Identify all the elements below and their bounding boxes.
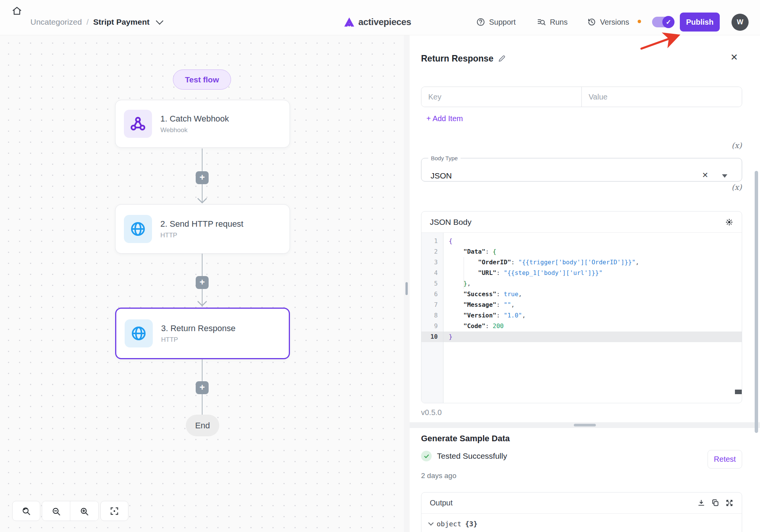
tree-node-type: object — [437, 520, 461, 528]
zoom-button-group — [42, 501, 99, 521]
nav-support-label: Support — [489, 18, 516, 27]
panel-title: Return Response — [421, 54, 493, 64]
code-line[interactable]: } — [443, 332, 742, 342]
connector-arrow-icon — [197, 301, 207, 307]
headers-key-value-group — [421, 87, 742, 107]
panel-resize-handle[interactable] — [405, 282, 408, 295]
brand-name: activepieces — [358, 17, 411, 27]
section-resize-divider[interactable] — [410, 422, 760, 428]
panel-scrollbar-thumb[interactable] — [755, 171, 758, 433]
zoom-in-button[interactable] — [70, 501, 98, 521]
indent-guide — [464, 257, 464, 289]
edit-name-icon[interactable] — [498, 55, 506, 63]
connector-arrow-icon — [197, 198, 207, 204]
code-lines[interactable]: { "Data": { "OrderID": "{{trigger['body'… — [443, 233, 742, 403]
section-resize-handle[interactable] — [574, 424, 596, 426]
code-line[interactable]: }, — [443, 278, 742, 289]
step-card-send-http[interactable]: 2. Send HTTP request HTTP — [115, 204, 290, 254]
step-subtitle: HTTP — [161, 336, 236, 344]
panel-resize-gutter[interactable] — [404, 35, 410, 532]
step-card-catch-webhook[interactable]: 1. Catch Webhook Webhook — [115, 100, 290, 148]
test-status-row: Tested Successfully — [421, 451, 507, 461]
publish-button[interactable]: Publish — [680, 13, 720, 32]
code-line[interactable]: "Data": { — [443, 246, 742, 257]
step-title: 2. Send HTTP request — [160, 219, 244, 229]
retest-button[interactable]: Retest — [708, 450, 742, 469]
fit-to-view-icon — [109, 506, 119, 516]
code-line[interactable]: "Version": "1.0", — [443, 310, 742, 321]
step-settings-panel: Return Response ✕ + Add Item (x) Body Ty… — [410, 35, 760, 532]
webhook-icon — [124, 110, 152, 138]
dynamic-value-toggle-icon[interactable]: (x) — [732, 141, 742, 150]
code-line[interactable]: "Code": 200 — [443, 321, 742, 332]
code-line[interactable]: "Success": true, — [443, 289, 742, 300]
output-tree-root[interactable]: object {3} — [421, 514, 742, 528]
dynamic-value-toggle-icon[interactable]: (x) — [732, 183, 742, 192]
body-type-value: JSON — [431, 171, 452, 180]
copy-icon[interactable] — [711, 499, 719, 507]
value-input[interactable] — [582, 87, 742, 107]
add-step-button[interactable]: + — [196, 381, 209, 394]
activepieces-logo-icon — [344, 17, 355, 27]
breadcrumb-flow-name[interactable]: Stript Payment — [93, 17, 149, 27]
globe-icon — [124, 215, 152, 243]
reset-zoom-button[interactable] — [12, 501, 40, 521]
success-check-icon — [421, 451, 432, 461]
code-gutter: 12345678910 — [421, 233, 443, 403]
code-line[interactable]: "OrderID": "{{trigger['body']['OrderID']… — [443, 257, 742, 268]
close-panel-icon[interactable]: ✕ — [730, 52, 738, 63]
test-status-text: Tested Successfully — [437, 451, 507, 461]
download-icon[interactable] — [697, 499, 705, 507]
code-line[interactable]: "Message": "", — [443, 300, 742, 310]
toggle-check-icon: ✓ — [662, 16, 674, 28]
brand-logo: activepieces — [344, 11, 411, 33]
versions-unpublished-dot — [638, 20, 641, 23]
code-editor[interactable]: 12345678910 { "Data": { "OrderID": "{{tr… — [421, 233, 742, 403]
zoom-out-icon — [51, 507, 61, 516]
step-card-return-response[interactable]: 3. Return Response HTTP — [115, 308, 290, 359]
dropdown-caret-icon[interactable] — [722, 174, 727, 178]
tree-node-count: {3} — [465, 520, 478, 528]
clear-selection-icon[interactable]: ✕ — [702, 170, 708, 180]
add-item-link[interactable]: + Add Item — [426, 114, 463, 123]
body-type-select[interactable]: Body Type JSON ✕ — [421, 155, 742, 182]
key-input[interactable] — [421, 87, 581, 107]
breadcrumb: Uncategorized / Stript Payment — [30, 11, 162, 33]
json-body-label: JSON Body — [430, 218, 472, 227]
step-title: 1. Catch Webhook — [160, 114, 229, 124]
question-circle-icon — [476, 17, 485, 27]
zoom-in-icon — [79, 507, 89, 516]
nav-support[interactable]: Support — [476, 11, 516, 33]
history-icon — [587, 17, 596, 27]
piece-version-label: v0.5.0 — [421, 408, 442, 417]
reset-zoom-icon — [21, 506, 31, 516]
step-subtitle: Webhook — [160, 126, 229, 134]
nav-versions[interactable]: Versions — [587, 11, 629, 33]
expand-icon[interactable] — [725, 499, 733, 507]
zoom-out-button[interactable] — [42, 501, 70, 521]
add-step-button[interactable]: + — [196, 171, 209, 184]
generate-sample-data-heading: Generate Sample Data — [421, 434, 510, 444]
output-label: Output — [430, 499, 697, 507]
flow-builder-app: Uncategorized / Stript Payment activepie… — [0, 0, 760, 532]
code-line[interactable]: "URL": "{{step_1['body']['url']}}" — [443, 268, 742, 278]
output-card: Output object {3} — [421, 492, 742, 532]
breadcrumb-separator: / — [86, 17, 89, 27]
user-avatar[interactable]: W — [732, 14, 749, 31]
code-line[interactable]: { — [443, 236, 742, 246]
globe-icon — [125, 319, 153, 347]
body-type-label: Body Type — [428, 155, 461, 161]
editor-scrollbar-thumb[interactable] — [735, 390, 742, 394]
fit-to-view-button[interactable] — [100, 501, 128, 521]
step-subtitle: HTTP — [160, 232, 244, 239]
tree-collapse-icon[interactable] — [428, 520, 434, 526]
chevron-down-icon[interactable] — [156, 17, 164, 25]
nav-runs[interactable]: Runs — [537, 11, 568, 33]
breadcrumb-category[interactable]: Uncategorized — [30, 17, 82, 27]
test-flow-button[interactable]: Test flow — [173, 69, 231, 90]
ai-sparkle-icon[interactable] — [725, 218, 733, 226]
top-bar: Uncategorized / Stript Payment activepie… — [0, 0, 760, 35]
flow-enabled-toggle[interactable]: ✓ — [652, 17, 674, 27]
add-step-button[interactable]: + — [196, 276, 209, 289]
flow-canvas[interactable]: Test flow 1. Catch Webhook Webhook + 2. … — [0, 35, 404, 532]
